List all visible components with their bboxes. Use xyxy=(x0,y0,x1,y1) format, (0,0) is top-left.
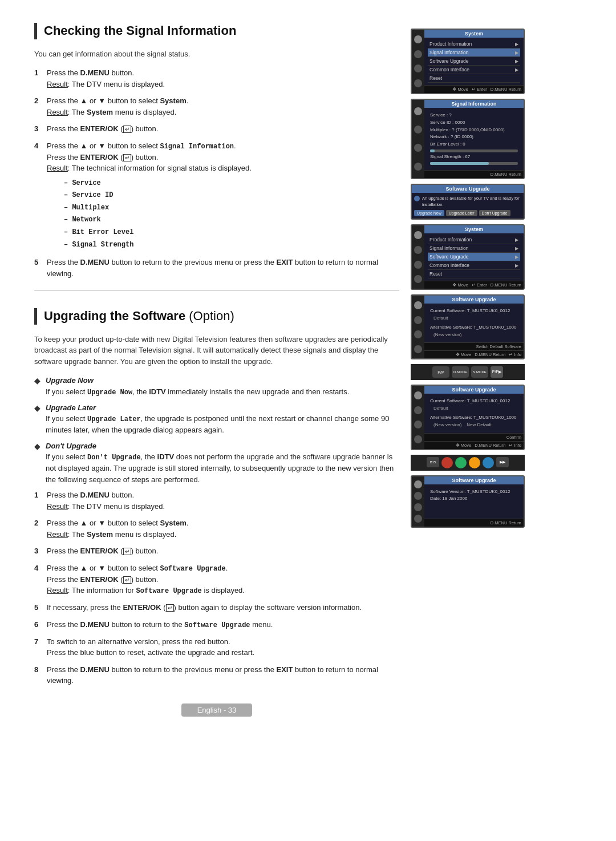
remote-btn-blue[interactable] xyxy=(483,457,494,468)
tv-icon-8 xyxy=(414,163,422,171)
step-4: 4 Press the ▲ or ▼ button to select Sign… xyxy=(34,140,399,252)
menu-item-software: Software Upgrade▶ xyxy=(428,57,520,66)
screen4-title: System xyxy=(424,225,524,233)
remote-btn-b15[interactable]: B15 xyxy=(427,457,439,467)
page-number-badge: English - 33 xyxy=(181,703,253,717)
upgrade-buttons: Upgrade Now Upgrade Later Don't Upgrade xyxy=(414,210,521,216)
screen5-body: Current Software: T_MUSTDUK0_0012 Defaul… xyxy=(424,304,524,342)
tv-icon-11 xyxy=(414,261,422,269)
tv-icon-1 xyxy=(414,35,422,43)
screen1-title: System xyxy=(424,30,524,38)
tv-icon-10 xyxy=(414,246,422,254)
remote-control-row2: B15 ▶▶ xyxy=(411,455,525,471)
screen-upgrade-banner: Software Upgrade An upgrade is available… xyxy=(411,184,525,220)
main-content: Checking the Signal Information You can … xyxy=(34,23,399,728)
tv-icon-15 xyxy=(414,330,422,338)
tv-icon-20 xyxy=(414,435,422,443)
screen7-title: Software Upgrade xyxy=(424,476,524,484)
menu-item-reset: Reset xyxy=(428,74,520,83)
screen1-footer: ❖ Move↵ EnterD.MENU Return xyxy=(424,85,524,93)
tv-icon-18 xyxy=(414,406,422,414)
menu2-item-signal: Signal Information▶ xyxy=(428,244,520,253)
screen5-footer: Switch Default Software xyxy=(424,342,524,350)
s2-step-3: 3 Press the ENTER/OK (↵) button. xyxy=(34,545,399,557)
tv-icon-7 xyxy=(414,144,422,152)
screen2-body: Service : ? Service ID : 0000 Multiplex … xyxy=(424,108,524,170)
menu2-item-product: Product Information▶ xyxy=(428,236,520,244)
screen7-body: Software Version: T_MUSTDUK0_0012 Date: … xyxy=(424,484,524,519)
screen7-footer: D.MENU Return xyxy=(424,519,524,527)
upgrade-later-btn[interactable]: Upgrade Later xyxy=(446,210,477,216)
tv-icon-24 xyxy=(414,515,422,523)
bullet-dont-upgrade: ◆ Don't Upgrade If you select Don't Upgr… xyxy=(34,440,399,486)
screen-software-info: Software Upgrade Current Software: T_MUS… xyxy=(411,294,525,359)
section2-title: Upgrading the Software (Option) xyxy=(34,308,399,325)
tv-icon-5 xyxy=(414,107,422,115)
bullet-upgrade-later: ◆ Upgrade Later If you select Upgrade La… xyxy=(34,402,399,436)
screen5-title: Software Upgrade xyxy=(424,296,524,304)
menu2-item-common: Common Interface▶ xyxy=(428,261,520,270)
s2-step-5: 5 If necessary, press the ENTER/OK (↵) b… xyxy=(34,602,399,613)
tv-icon-4 xyxy=(414,79,422,87)
s2-step-2: 2 Press the ▲ or ▼ button to select Syst… xyxy=(34,517,399,540)
tv-icon-12 xyxy=(414,275,422,283)
screen6-footer: Confirm xyxy=(424,433,524,441)
screen5-footer2: ❖ MoveD.MENU Return↵ Info xyxy=(424,350,524,358)
remote-btn-red[interactable] xyxy=(441,457,453,468)
screen3-body: An upgrade is available for your TV and … xyxy=(412,193,524,219)
menu-item-signal: Signal Information▶ xyxy=(428,48,520,57)
s2-step-4: 4 Press the ▲ or ▼ button to select Soft… xyxy=(34,563,399,597)
step-1: 1 Press the D.MENU button. Result: The D… xyxy=(34,67,399,90)
dont-upgrade-btn[interactable]: Don't Upgrade xyxy=(479,210,510,216)
tv-icon-23 xyxy=(414,503,422,511)
step-3: 3 Press the ENTER/OK (↵) button. xyxy=(34,123,399,135)
screen2-footer: D.MENU Return xyxy=(424,170,524,178)
remote-btn-yellow[interactable] xyxy=(469,457,480,468)
screen6-footer2: ❖ MoveD.MENU Return↵ Info xyxy=(424,441,524,449)
menu2-item-reset: Reset xyxy=(428,270,520,278)
remote-btn-smode[interactable]: S.MODE xyxy=(471,366,488,378)
tv-icon-9 xyxy=(414,231,422,239)
screen1-body: Product Information▶ Signal Information▶… xyxy=(424,38,524,85)
screen-signal-info: Signal Information Service : ? Service I… xyxy=(411,99,525,179)
right-panels: System Product Information▶ Signal Infor… xyxy=(411,23,525,728)
footer: English - 33 xyxy=(34,703,399,728)
tv-icon-21 xyxy=(414,480,422,488)
tv-icon-16 xyxy=(414,345,422,353)
screen-software-version: Software Upgrade Software Version: T_MUS… xyxy=(411,475,525,528)
remote-btn-prev[interactable]: P/P▶ xyxy=(491,366,503,378)
s2-step-8: 8 Press the D.MENU button to return to t… xyxy=(34,664,399,686)
tv-icon-13 xyxy=(414,301,422,309)
section1-title: Checking the Signal Information xyxy=(34,23,399,39)
screen6-title: Software Upgrade xyxy=(424,386,524,394)
upgrade-now-btn[interactable]: Upgrade Now xyxy=(414,210,444,216)
screen-system-menu: System Product Information▶ Signal Infor… xyxy=(411,29,525,94)
remote-btn-dmode[interactable]: D.MODE xyxy=(452,366,469,378)
remote-control-row: P/P D.MODE S.MODE P/P▶ xyxy=(411,364,525,380)
tv-icon-2 xyxy=(414,50,422,58)
section1-intro: You can get information about the signal… xyxy=(34,48,399,60)
menu2-item-software: Software Upgrade▶ xyxy=(428,253,520,261)
screen-software-confirm: Software Upgrade Current Software: T_MUS… xyxy=(411,385,525,450)
step-2: 2 Press the ▲ or ▼ button to select Syst… xyxy=(34,95,399,118)
menu-item-common: Common Interface▶ xyxy=(428,66,520,74)
tv-icon-22 xyxy=(414,492,422,500)
screen2-title: Signal Information xyxy=(424,100,524,108)
step-5: 5 Press the D.MENU button to return to t… xyxy=(34,257,399,279)
screen4-footer: ❖ Move↵ EnterD.MENU Return xyxy=(424,281,524,289)
tv-icon-14 xyxy=(414,316,422,324)
tv-icon-17 xyxy=(414,391,422,399)
remote-btn-green[interactable] xyxy=(455,457,467,468)
tv-icon-19 xyxy=(414,420,422,428)
remote-btn-nav[interactable]: P/P xyxy=(432,366,449,378)
screen6-body: Current Software: T_MUSTDUK0_0012 Defaul… xyxy=(424,394,524,432)
s2-step-1: 1 Press the D.MENU button. Result: The D… xyxy=(34,490,399,512)
section-divider xyxy=(34,290,399,291)
signal-list: – Service – Service ID – Multiplex – Net… xyxy=(64,177,399,252)
remote-btn-nav2[interactable]: ▶▶ xyxy=(496,457,509,467)
s2-step-7: 7 To switch to an alternative version, p… xyxy=(34,636,399,658)
s2-step-6: 6 Press the D.MENU button to return to t… xyxy=(34,619,399,630)
section2-intro: To keep your product up-to-date with new… xyxy=(34,334,399,367)
page: Checking the Signal Information You can … xyxy=(0,0,616,751)
tv-icon-6 xyxy=(414,126,422,134)
